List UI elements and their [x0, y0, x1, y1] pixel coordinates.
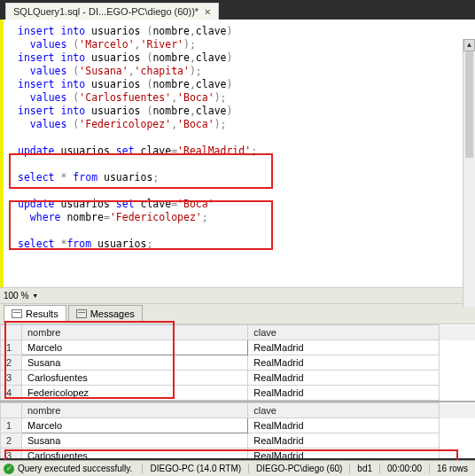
tab-bar: SQLQuery1.sql - DI...EGO-PC\diego (60))*… — [0, 0, 475, 20]
status-user: DIEGO-PC\diego (60) — [248, 464, 349, 473]
col-nombre[interactable]: nombre — [22, 403, 248, 418]
status-bar: ✓ Query executed successfully. DIEGO-PC … — [0, 460, 475, 476]
vertical-scrollbar[interactable]: ▲ — [463, 39, 475, 307]
zoom-level[interactable]: 100 % — [4, 291, 28, 300]
message-icon — [76, 309, 87, 318]
result-grid-1[interactable]: nombreclave 1MarceloRealMadrid 2SusanaRe… — [0, 324, 475, 402]
sql-editor[interactable]: insert into usuarios (nombre,clave) valu… — [0, 20, 475, 287]
success-icon: ✓ — [4, 464, 14, 474]
zoom-bar: 100 % ▼ — [0, 287, 475, 303]
zoom-dropdown-icon[interactable]: ▼ — [32, 293, 38, 299]
col-clave[interactable]: clave — [248, 403, 439, 418]
table-row: 3CarlosfuentesRealMadrid — [1, 449, 475, 459]
status-rows: 16 rows — [429, 464, 475, 473]
scroll-thumb[interactable] — [465, 51, 473, 158]
results-tab[interactable]: Results — [4, 305, 66, 323]
results-tabs: Results Messages — [0, 303, 475, 324]
results-pane: nombreclave 1MarceloRealMadrid 2SusanaRe… — [0, 324, 475, 458]
table-row: 2SusanaRealMadrid — [1, 355, 475, 371]
tab-title: SQLQuery1.sql - DI...EGO-PC\diego (60))* — [13, 6, 199, 17]
status-message: Query executed successfully. — [18, 464, 142, 473]
table-row: 1MarceloRealMadrid — [1, 418, 475, 433]
scroll-up-icon[interactable]: ▲ — [463, 39, 475, 51]
table-row: 1MarceloRealMadrid — [1, 340, 475, 355]
table-row: 3CarlosfuentesRealMadrid — [1, 371, 475, 386]
status-db: bd1 — [349, 464, 379, 473]
modified-gutter — [0, 20, 4, 287]
status-server: DIEGO-PC (14.0 RTM) — [142, 464, 248, 473]
result-grid-2[interactable]: nombreclave 1MarceloRealMadrid 2SusanaRe… — [0, 402, 475, 458]
code-content: insert into usuarios (nombre,clave) valu… — [18, 25, 475, 251]
status-time: 00:00:00 — [379, 464, 429, 473]
col-clave[interactable]: clave — [248, 325, 439, 340]
messages-tab[interactable]: Messages — [68, 305, 143, 323]
col-nombre[interactable]: nombre — [22, 325, 248, 340]
table-row: 4FedericolopezRealMadrid — [1, 386, 475, 401]
close-icon[interactable]: ✕ — [204, 7, 211, 17]
file-tab[interactable]: SQLQuery1.sql - DI...EGO-PC\diego (60))*… — [5, 3, 219, 20]
grid-icon — [12, 309, 22, 318]
table-row: 2SusanaRealMadrid — [1, 433, 475, 449]
